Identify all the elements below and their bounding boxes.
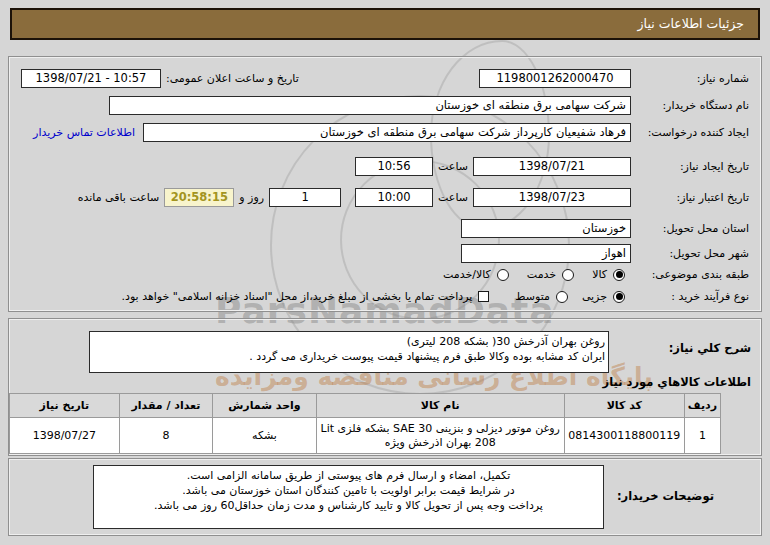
buyer-notes-label: توضیحات خریدار: xyxy=(617,489,714,503)
buyer-org-label: نام دستگاه خریدار: xyxy=(631,100,749,112)
need-description-box[interactable]: روغن بهران آذرخش 30( بشکه 208 لیتری) ایر… xyxy=(89,331,609,373)
col-item-code: کد کالا xyxy=(564,394,684,418)
created-time-field[interactable]: 10:56 xyxy=(355,157,433,176)
radio-goods-service-label: کالا/خدمت xyxy=(443,268,491,281)
city-label: شهر محل تحویل: xyxy=(631,248,749,260)
radio-goods[interactable] xyxy=(613,269,625,281)
province-label: استان محل تحویل: xyxy=(631,223,749,235)
need-number-label: شماره نیاز: xyxy=(631,73,749,85)
col-quantity: تعداد / مقدار xyxy=(119,394,212,418)
validity-date-label: تاریخ اعتبار نیاز: xyxy=(631,192,749,204)
countdown-timer: 20:58:15 xyxy=(164,188,234,207)
buyer-notes-box[interactable]: تکمیل، امضاء و ارسال فرم های پیوستی از ط… xyxy=(93,465,604,529)
subject-class-label: طبقه بندی موضوعی: xyxy=(631,269,749,281)
page-title: جزئیات اطلاعات نیاز xyxy=(10,8,760,40)
goods-table: ردیف کد کالا نام کالا واحد شمارش تعداد /… xyxy=(9,393,721,454)
col-unit: واحد شمارش xyxy=(213,394,317,418)
treasury-docs-label: پرداخت تمام یا بخشی از مبلغ خرید،از محل … xyxy=(122,290,473,303)
need-description-line2: ایران کد مشابه بوده وکالا طبق فرم پیشنها… xyxy=(93,349,605,364)
col-item-name: نام کالا xyxy=(316,394,564,418)
goods-table-header-row: ردیف کد کالا نام کالا واحد شمارش تعداد /… xyxy=(10,394,721,418)
buyer-notes-line3: پرداخت وجه پس از تحویل کالا و تایید کارش… xyxy=(97,498,600,513)
cell-row-number: 1 xyxy=(684,418,720,454)
validity-hour-label: ساعت xyxy=(438,191,468,204)
validity-date-field[interactable]: 1398/07/23 xyxy=(473,188,631,207)
cell-need-date: 1398/07/27 xyxy=(10,418,120,454)
table-row: 1 0814300118800119 روغن موتور دیزلی و بن… xyxy=(10,418,721,454)
buyer-notes-line2: در شرایط قیمت برابر اولویت با تامین کنند… xyxy=(97,483,600,498)
goods-panel: شرح کلي نیاز: روغن بهران آذرخش 30( بشکه … xyxy=(8,318,762,456)
buyer-contact-link[interactable]: اطلاعات تماس خریدار xyxy=(33,126,135,139)
radio-partial[interactable] xyxy=(613,291,625,303)
radio-goods-label: کالا xyxy=(592,268,607,281)
buyer-notes-panel: توضیحات خریدار: تکمیل، امضاء و ارسال فرم… xyxy=(8,458,762,536)
need-description-label: شرح کلي نیاز: xyxy=(669,341,751,355)
col-need-date: تاریخ نیاز xyxy=(10,394,120,418)
announce-datetime-field[interactable]: 1398/07/21 - 10:57 xyxy=(21,69,161,88)
buyer-org-field[interactable]: شرکت سهامی برق منطقه ای خوزستان xyxy=(109,96,631,115)
announce-datetime-label: تاریخ و ساعت اعلان عمومی: xyxy=(166,72,299,85)
col-row-number: ردیف xyxy=(684,394,720,418)
buyer-notes-line1: تکمیل، امضاء و ارسال فرم های پیوستی از ط… xyxy=(97,468,600,483)
radio-medium[interactable] xyxy=(556,291,568,303)
radio-medium-label: متوسط xyxy=(515,290,550,303)
need-number-field[interactable]: 1198001262000470 xyxy=(479,69,631,88)
cell-unit: بشکه xyxy=(213,418,317,454)
city-field[interactable]: اهواز xyxy=(461,244,631,263)
radio-service[interactable] xyxy=(562,269,574,281)
created-hour-label: ساعت xyxy=(438,160,468,173)
purchase-type-label: نوع فرآیند خرید : xyxy=(631,291,749,303)
need-description-line1: روغن بهران آذرخش 30( بشکه 208 لیتری) xyxy=(93,334,605,349)
radio-service-label: خدمت xyxy=(527,268,556,281)
need-details-page: ParsNamadData پایگاه اطلاع رسانی مناقصه … xyxy=(0,0,770,545)
request-creator-field[interactable]: فرهاد شفیعیان کارپرداز شرکت سهامی برق من… xyxy=(143,123,631,142)
days-remaining-field[interactable]: 1 xyxy=(269,188,341,207)
hours-remaining-label: ساعت باقی مانده xyxy=(78,191,160,204)
created-date-label: تاریخ ایجاد نیاز: xyxy=(631,161,749,173)
validity-time-field[interactable]: 10:00 xyxy=(355,188,433,207)
need-info-panel: شماره نیاز: 1198001262000470 تاریخ و ساع… xyxy=(8,56,762,312)
created-date-field[interactable]: 1398/07/21 xyxy=(473,157,631,176)
treasury-docs-checkbox[interactable] xyxy=(478,291,489,302)
radio-goods-service[interactable] xyxy=(497,269,509,281)
goods-heading: اطلاعات کالاهاي مورد نیاز xyxy=(603,375,751,389)
days-label: روز و xyxy=(239,191,264,204)
cell-item-name: روغن موتور دیزلی و بنزینی SAE 30 بشکه فل… xyxy=(316,418,564,454)
province-field[interactable]: خوزستان xyxy=(461,219,631,238)
cell-quantity: 8 xyxy=(119,418,212,454)
request-creator-label: ایجاد کننده درخواست: xyxy=(631,126,749,139)
cell-item-code: 0814300118800119 xyxy=(564,418,684,454)
radio-partial-label: جزیی xyxy=(582,290,607,303)
